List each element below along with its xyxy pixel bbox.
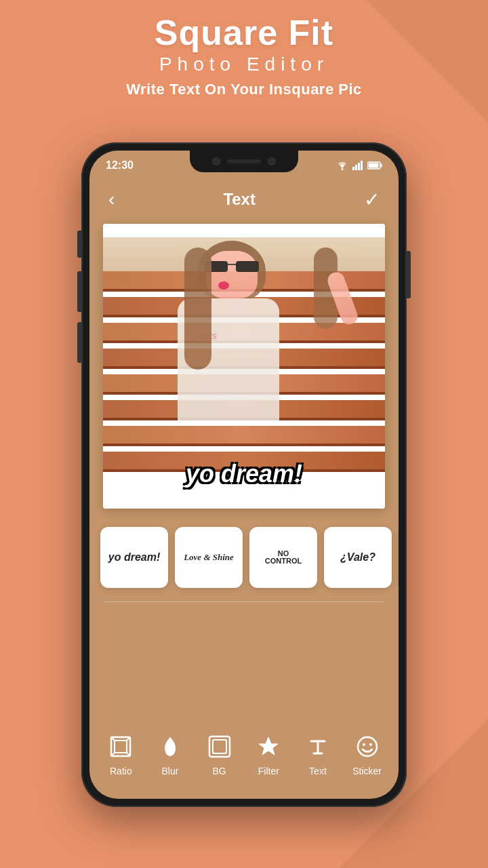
app-description: Write Text On Your Insquare Pic xyxy=(0,81,488,98)
sticker-label-4: ¿Vale? xyxy=(340,551,375,564)
status-time: 12:30 xyxy=(106,159,134,172)
text-label: Text xyxy=(309,766,327,776)
sticker-item-4[interactable]: ¿Vale? xyxy=(324,527,392,588)
tool-blur[interactable]: Blur xyxy=(150,732,190,776)
svg-point-22 xyxy=(369,743,372,746)
svg-rect-4 xyxy=(361,161,363,170)
sticker-label: Sticker xyxy=(352,766,382,776)
top-navigation-bar: ‹ Text ✓ xyxy=(89,180,399,218)
battery-icon xyxy=(367,161,382,170)
tool-text[interactable]: Text xyxy=(298,732,338,776)
photo-sticker-text[interactable]: yo dream! xyxy=(186,460,302,488)
bg-icon xyxy=(205,732,235,762)
photo-border-bottom xyxy=(103,495,385,509)
tool-bg[interactable]: BG xyxy=(199,732,240,776)
svg-point-0 xyxy=(342,168,344,170)
svg-rect-9 xyxy=(115,741,127,753)
sticker-label-3b: CONTROL xyxy=(265,557,302,565)
blur-label: Blur xyxy=(162,766,179,776)
tool-ratio[interactable]: Ratio xyxy=(100,732,141,776)
sticker-item-3[interactable]: NO CONTROL xyxy=(249,527,317,588)
sticker-selector: yo dream! Love & Shine NO CONTROL ¿Vale?… xyxy=(89,520,399,595)
phone-volume-up-button xyxy=(77,271,81,312)
phone-volume-down-button xyxy=(77,322,81,363)
person-overlay: PARIS xyxy=(157,237,358,495)
photo-border-top xyxy=(103,224,385,237)
phone-power-button xyxy=(407,251,411,298)
signal-icon xyxy=(352,161,363,170)
svg-rect-7 xyxy=(369,163,379,168)
phone-notch xyxy=(190,151,298,172)
app-title-line1: Square Fit xyxy=(0,14,488,52)
bottom-toolbar: Ratio Blur BG xyxy=(89,720,399,788)
photo-content: PARIS xyxy=(103,237,385,495)
sticker-item-1[interactable]: yo dream! xyxy=(100,527,168,588)
tool-sticker[interactable]: Sticker xyxy=(347,732,388,776)
confirm-button[interactable]: ✓ xyxy=(364,189,380,211)
sticker-label-2: Love & Shine xyxy=(184,552,234,563)
sticker-label-1: yo dream! xyxy=(108,551,160,564)
screen-title: Text xyxy=(223,190,256,209)
svg-rect-15 xyxy=(213,740,226,753)
bg-label: BG xyxy=(213,766,226,776)
sticker-item-2[interactable]: Love & Shine xyxy=(175,527,243,588)
ratio-label: Ratio xyxy=(110,766,132,776)
sticker-icon xyxy=(352,732,382,762)
svg-point-16 xyxy=(266,745,270,749)
tool-filter[interactable]: Filter xyxy=(248,732,289,776)
wifi-icon xyxy=(336,161,348,170)
photo-canvas[interactable]: PARIS yo dream! xyxy=(103,224,385,509)
phone-mute-button xyxy=(77,231,81,258)
app-title-line2: Photo Editor xyxy=(0,54,488,75)
svg-rect-1 xyxy=(352,167,354,170)
notch-camera-left xyxy=(212,157,220,165)
photo-background: PARIS yo dream! xyxy=(103,224,385,509)
toolbar-divider xyxy=(103,601,385,602)
svg-rect-6 xyxy=(381,164,382,167)
back-button[interactable]: ‹ xyxy=(108,189,115,210)
svg-point-21 xyxy=(363,743,365,746)
blur-icon xyxy=(155,732,185,762)
phone-screen: 12:30 xyxy=(89,151,399,799)
svg-rect-2 xyxy=(355,165,357,170)
app-header: Square Fit Photo Editor Write Text On Yo… xyxy=(0,14,488,98)
status-icons xyxy=(336,161,382,170)
filter-label: Filter xyxy=(258,766,279,776)
notch-speaker xyxy=(227,159,261,163)
ratio-icon xyxy=(106,732,136,762)
text-icon xyxy=(303,732,333,762)
svg-rect-3 xyxy=(358,163,360,170)
svg-point-20 xyxy=(358,737,377,756)
phone-frame: 12:30 xyxy=(81,142,407,807)
notch-camera-right xyxy=(268,157,276,165)
filter-icon xyxy=(253,732,283,762)
